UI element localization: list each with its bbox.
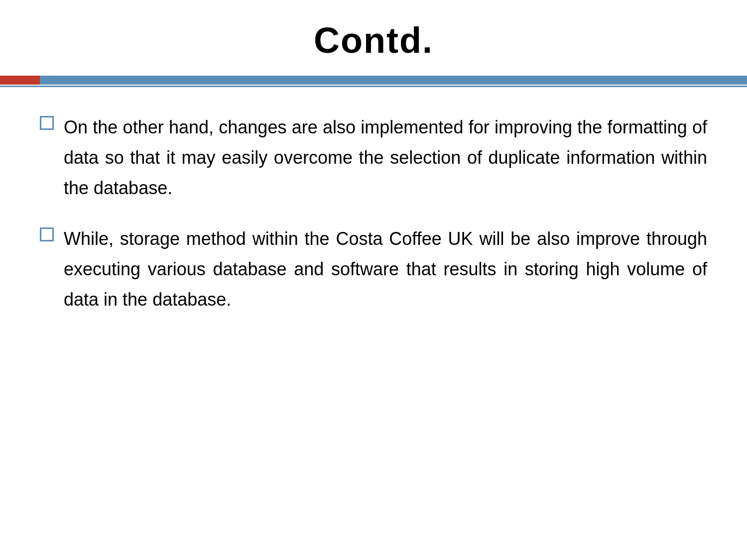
bullet-text-1: On the other hand, changes are also impl… [64, 112, 707, 204]
slide: Contd. On the other hand, changes are al… [0, 0, 747, 560]
title-section: Contd. [0, 0, 747, 71]
divider-bar [0, 76, 747, 85]
divider-orange [0, 76, 40, 85]
divider-blue [40, 76, 747, 85]
content-area: On the other hand, changes are also impl… [0, 87, 747, 335]
bullet-text-2: While, storage method within the Costa C… [64, 224, 707, 315]
bullet-item-2: While, storage method within the Costa C… [40, 224, 707, 315]
bullet-item-1: On the other hand, changes are also impl… [40, 112, 707, 204]
slide-title: Contd. [0, 20, 747, 61]
bullet-icon-1 [40, 116, 54, 130]
bullet-icon-2 [40, 227, 54, 241]
